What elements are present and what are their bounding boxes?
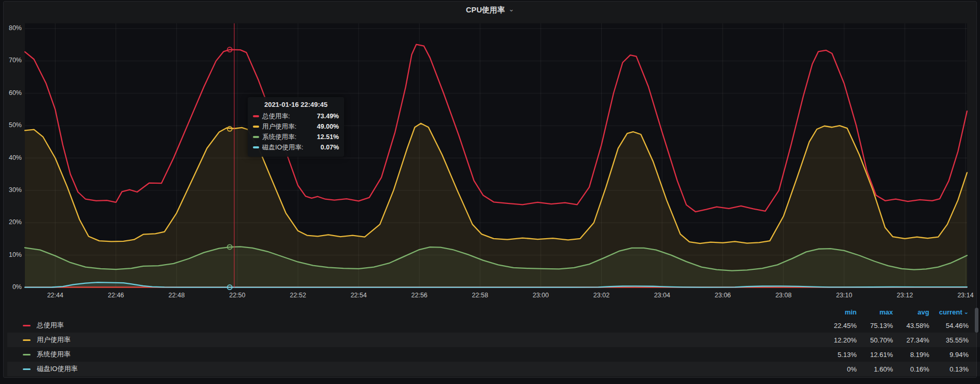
- x-axis-tick: 22:58: [462, 292, 498, 299]
- x-axis-tick: 23:02: [583, 292, 619, 299]
- y-axis-tick: 60%: [1, 89, 22, 97]
- y-axis-tick: 30%: [1, 186, 22, 194]
- tooltip-series-label: 磁盘IO使用率:: [262, 143, 316, 152]
- y-axis-tick: 0%: [1, 283, 22, 291]
- y-axis-tick: 80%: [1, 24, 22, 32]
- tooltip-row: 总使用率:73.49%: [253, 111, 339, 121]
- timeseries-chart[interactable]: [0, 0, 980, 384]
- series-color-dash-icon: [253, 126, 259, 128]
- tooltip-series-label: 系统使用率:: [262, 133, 312, 142]
- y-axis-tick: 20%: [1, 218, 22, 226]
- series-color-dash-icon: [253, 115, 259, 117]
- x-axis-tick: 23:00: [522, 292, 559, 299]
- y-axis-tick: 50%: [1, 121, 22, 129]
- tooltip-series-label: 总使用率:: [262, 112, 312, 121]
- tooltip-series-label: 用户使用率:: [262, 122, 312, 131]
- tooltip-row: 磁盘IO使用率:0.07%: [253, 142, 339, 153]
- chart-tooltip: 2021-01-16 22:49:45 总使用率:73.49%用户使用率:49.…: [248, 97, 344, 157]
- x-axis-tick: 22:44: [37, 292, 74, 299]
- x-axis-tick: 22:46: [98, 292, 134, 299]
- x-axis-tick: 23:12: [887, 292, 923, 299]
- tooltip-series-value: 12.51%: [317, 133, 339, 141]
- x-axis-tick: 23:08: [765, 292, 802, 299]
- y-axis-tick: 10%: [1, 251, 22, 258]
- tooltip-timestamp: 2021-01-16 22:49:45: [253, 101, 339, 108]
- x-axis-tick: 22:50: [219, 292, 255, 299]
- x-axis-tick: 22:52: [280, 292, 316, 299]
- x-axis-tick: 23:06: [705, 292, 741, 299]
- tooltip-series-value: 49.00%: [317, 123, 339, 130]
- tooltip-series-value: 73.49%: [317, 113, 339, 120]
- tooltip-row: 用户使用率:49.00%: [253, 121, 339, 132]
- y-axis-tick: 40%: [1, 154, 22, 161]
- x-axis-tick: 22:54: [340, 292, 377, 299]
- tooltip-series-value: 0.07%: [321, 144, 339, 151]
- x-axis-tick: 23:14: [947, 292, 980, 299]
- x-axis-tick: 23:04: [644, 292, 680, 299]
- x-axis-tick: 23:10: [826, 292, 862, 299]
- tooltip-row: 系统使用率:12.51%: [253, 132, 339, 142]
- series-color-dash-icon: [253, 146, 259, 148]
- x-axis-tick: 22:48: [159, 292, 195, 299]
- x-axis-tick: 22:56: [401, 292, 437, 299]
- y-axis-tick: 70%: [1, 57, 22, 64]
- series-color-dash-icon: [253, 136, 259, 138]
